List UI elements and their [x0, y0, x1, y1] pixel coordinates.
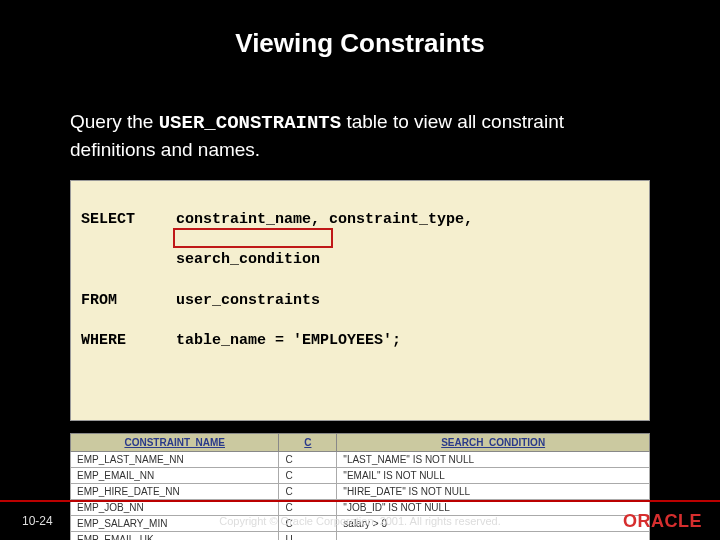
table-row: EMP_HIRE_DATE_NN C "HIRE_DATE" IS NOT NU…	[71, 484, 650, 500]
cell-c: C	[279, 452, 337, 468]
th-constraint-name: CONSTRAINT_NAME	[71, 434, 279, 452]
table-header-row: CONSTRAINT_NAME C SEARCH_CONDITION	[71, 434, 650, 452]
copyright-text: Copyright © Oracle Corporation, 2001. Al…	[219, 515, 500, 527]
intro-code: USER_CONSTRAINTS	[159, 112, 341, 134]
highlight-box	[173, 228, 333, 248]
sql-select-cols2: search_condition	[176, 251, 320, 268]
cell-cond: "HIRE_DATE" IS NOT NULL	[337, 484, 650, 500]
sql-select-cols1: constraint_name, constraint_type,	[176, 211, 473, 228]
footer: 10-24 Copyright © Oracle Corporation, 20…	[0, 500, 720, 540]
sql-from-kw: FROM	[81, 291, 176, 311]
intro-text: Query the USER_CONSTRAINTS table to view…	[70, 109, 650, 162]
table-row: EMP_EMAIL_NN C "EMAIL" IS NOT NULL	[71, 468, 650, 484]
cell-name: EMP_LAST_NAME_NN	[71, 452, 279, 468]
sql-code-block: SELECTconstraint_name, constraint_type, …	[70, 180, 650, 421]
slide-title: Viewing Constraints	[0, 0, 720, 69]
content-area: Query the USER_CONSTRAINTS table to view…	[0, 69, 720, 540]
th-search-condition: SEARCH_CONDITION	[337, 434, 650, 452]
cell-name: EMP_HIRE_DATE_NN	[71, 484, 279, 500]
cell-cond: "EMAIL" IS NOT NULL	[337, 468, 650, 484]
intro-prefix: Query the	[70, 111, 159, 132]
table-row: EMP_LAST_NAME_NN C "LAST_NAME" IS NOT NU…	[71, 452, 650, 468]
cell-name: EMP_EMAIL_NN	[71, 468, 279, 484]
sql-from-val: user_constraints	[176, 292, 320, 309]
sql-where-kw: WHERE	[81, 331, 176, 351]
cell-c: C	[279, 484, 337, 500]
page-number: 10-24	[22, 514, 53, 528]
cell-cond: "LAST_NAME" IS NOT NULL	[337, 452, 650, 468]
sql-blank-kw	[81, 250, 176, 270]
sql-select-kw: SELECT	[81, 210, 176, 230]
cell-c: C	[279, 468, 337, 484]
oracle-logo: ORACLE	[623, 511, 702, 532]
sql-where-val: table_name = 'EMPLOYEES';	[176, 332, 401, 349]
th-c: C	[279, 434, 337, 452]
